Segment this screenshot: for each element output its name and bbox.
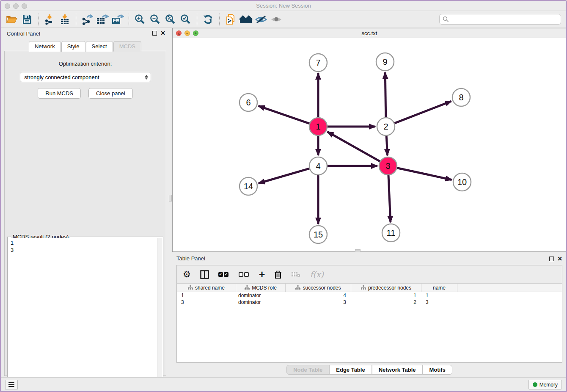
- network-graph[interactable]: 7968124314101511: [173, 38, 566, 251]
- run-mcds-button[interactable]: Run MCDS: [38, 88, 81, 99]
- deselect-all-columns-icon[interactable]: [239, 272, 250, 277]
- hierarchy-icon: [245, 285, 250, 290]
- tab-node-table[interactable]: Node Table: [286, 365, 329, 375]
- import-table-icon[interactable]: [57, 13, 72, 26]
- column-header-shared-name[interactable]: shared name: [177, 284, 236, 292]
- control-panel-title: Control Panel: [7, 30, 40, 37]
- tab-style[interactable]: Style: [61, 41, 85, 52]
- first-neighbors-icon[interactable]: [238, 13, 253, 26]
- zoom-out-icon[interactable]: [148, 13, 163, 26]
- tab-mcds[interactable]: MCDS: [113, 41, 141, 52]
- memory-status-dot: [533, 382, 537, 387]
- refresh-icon[interactable]: [201, 13, 216, 26]
- float-table-panel-icon[interactable]: [549, 257, 554, 261]
- search-icon: [443, 16, 449, 22]
- graph-node-label: 3: [385, 161, 390, 171]
- memory-button[interactable]: Memory: [528, 380, 562, 389]
- main-toolbar: [1, 11, 566, 28]
- status-bar: Memory: [1, 377, 566, 391]
- search-input[interactable]: [449, 17, 561, 22]
- export-network-icon[interactable]: [80, 13, 95, 26]
- toolbar-separator: [129, 14, 129, 25]
- network-view-titlebar: x − + scc.txt: [173, 28, 566, 38]
- cell-successor-nodes[interactable]: 3: [286, 299, 351, 306]
- node-table: shared name MCDS role: [177, 284, 562, 306]
- graph-edge-2-9[interactable]: [385, 72, 385, 118]
- cell-predecessor-nodes[interactable]: 1: [351, 292, 421, 299]
- open-session-icon[interactable]: [4, 13, 19, 26]
- column-header-name[interactable]: name: [421, 284, 457, 292]
- vertical-splitter-handle[interactable]: [169, 195, 172, 202]
- table-row[interactable]: 1 dominator 4 1 1: [177, 292, 562, 299]
- horizontal-splitter-handle[interactable]: [355, 249, 361, 252]
- column-label: successor nodes: [303, 285, 341, 291]
- result-scrollbar[interactable]: [157, 238, 162, 392]
- function-builder-icon: f(x): [310, 270, 324, 279]
- close-panel-button[interactable]: Close panel: [88, 88, 133, 99]
- zoom-fit-icon[interactable]: [163, 13, 178, 26]
- tab-motifs[interactable]: Motifs: [423, 365, 452, 375]
- cell-mcds-role[interactable]: dominator: [236, 299, 286, 306]
- table-header-row: shared name MCDS role: [177, 284, 562, 292]
- add-column-icon[interactable]: +: [259, 270, 265, 279]
- cell-name[interactable]: 1: [421, 292, 457, 299]
- optimization-criterion-label: Optimization criterion:: [5, 61, 166, 67]
- save-session-icon[interactable]: [19, 13, 35, 26]
- table-row[interactable]: 3 dominator 3 2 3: [177, 299, 562, 306]
- export-table-icon[interactable]: [95, 13, 110, 26]
- table-panel-header: Table Panel ✕: [172, 254, 567, 264]
- control-panel: Control Panel ✕ Network Style Select MCD…: [2, 28, 169, 378]
- toolbar-separator: [219, 14, 220, 25]
- tab-edge-table[interactable]: Edge Table: [329, 365, 372, 375]
- import-network-icon[interactable]: [42, 13, 57, 26]
- float-panel-icon[interactable]: [152, 31, 157, 36]
- show-all-icon[interactable]: [269, 13, 284, 26]
- cell-mcds-role[interactable]: dominator: [236, 292, 286, 299]
- control-panel-header: Control Panel ✕: [2, 28, 169, 39]
- graph-node-label: 9: [383, 57, 387, 66]
- graph-edge-1-6[interactable]: [259, 106, 310, 124]
- graph-node-label: 14: [244, 182, 253, 191]
- cell-shared-name[interactable]: 1: [177, 292, 236, 299]
- graph-edge-3-1[interactable]: [328, 132, 380, 161]
- memory-label: Memory: [539, 382, 558, 388]
- export-image-icon[interactable]: [110, 13, 125, 26]
- graph-edge-3-10[interactable]: [397, 168, 452, 179]
- app-window: Session: New Session: [0, 0, 567, 392]
- hide-selected-icon[interactable]: [253, 13, 269, 26]
- cell-name[interactable]: 3: [421, 299, 457, 306]
- control-panel-tabs: Network Style Select MCDS: [2, 41, 169, 52]
- column-header-successor-nodes[interactable]: successor nodes: [286, 284, 351, 292]
- table-settings-icon[interactable]: ⚙: [183, 269, 191, 279]
- graph-node-label: 11: [387, 228, 396, 237]
- close-panel-icon[interactable]: ✕: [160, 30, 165, 36]
- criterion-select[interactable]: strongly connected component: [20, 72, 151, 82]
- mcds-panel: Optimization criterion: strongly connect…: [4, 51, 166, 376]
- hierarchy-icon: [295, 285, 300, 290]
- cell-shared-name[interactable]: 3: [177, 299, 236, 306]
- graph-node-label: 8: [459, 93, 463, 102]
- delete-columns-icon[interactable]: [274, 270, 282, 279]
- graph-edge-3-11[interactable]: [388, 175, 391, 222]
- select-all-columns-icon[interactable]: ✓✓: [218, 272, 229, 277]
- close-table-panel-icon[interactable]: ✕: [557, 255, 562, 262]
- zoom-selected-icon[interactable]: [178, 13, 193, 26]
- tab-network[interactable]: Network: [29, 41, 61, 52]
- search-field[interactable]: [439, 14, 561, 25]
- column-header-predecessor-nodes[interactable]: predecessor nodes: [351, 284, 421, 292]
- column-header-mcds-role[interactable]: MCDS role: [236, 284, 286, 292]
- task-history-button[interactable]: [5, 380, 18, 389]
- graph-edge-2-3[interactable]: [386, 135, 388, 155]
- zoom-in-icon[interactable]: [132, 13, 148, 26]
- cell-predecessor-nodes[interactable]: 2: [351, 299, 421, 306]
- split-columns-icon[interactable]: [200, 270, 209, 279]
- toolbar-separator: [197, 14, 197, 25]
- graph-node-label: 6: [246, 98, 250, 107]
- tab-network-table[interactable]: Network Table: [372, 365, 423, 375]
- duplicate-network-icon[interactable]: [223, 13, 238, 26]
- tab-select[interactable]: Select: [86, 41, 113, 52]
- titlebar: Session: New Session: [1, 1, 566, 11]
- graph-edge-4-14[interactable]: [259, 168, 310, 183]
- cell-successor-nodes[interactable]: 4: [286, 292, 351, 299]
- graph-edge-2-8[interactable]: [394, 101, 451, 123]
